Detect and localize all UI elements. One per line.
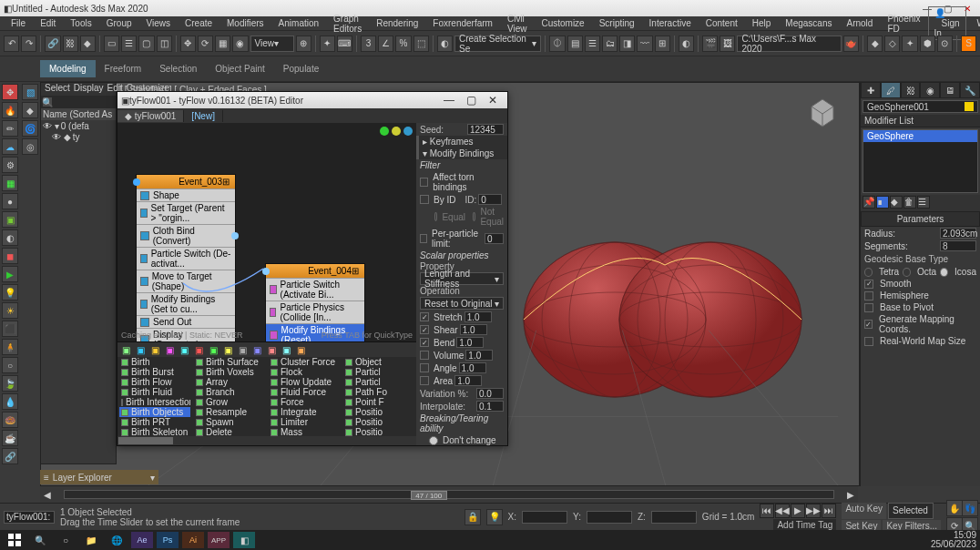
pal-filter-1[interactable]: ▣ [134,343,147,356]
palette-item[interactable]: Birth Flow [119,377,190,387]
ps-icon[interactable]: Ps [157,532,179,548]
render-frame-button[interactable]: 🖼 [720,36,735,52]
se-child[interactable]: 👁 ◆ ty [41,131,116,142]
menu-edit[interactable]: Edit [33,18,63,28]
ribbon-tab-selection[interactable]: Selection [150,60,206,77]
palette-item[interactable]: Birth Intersections [119,397,190,407]
geosphere-mesh[interactable] [515,210,806,402]
palette-item[interactable]: Birth Objects [119,407,190,417]
pal-filter-4[interactable]: ▣ [178,343,190,356]
flame-icon[interactable]: 🔥 [2,102,18,118]
spinner-snap-button[interactable]: ⬚ [413,36,429,52]
palette-item[interactable]: Limiter [269,417,340,427]
app-icon[interactable]: APP [208,532,230,548]
segments-spinner[interactable]: 8 [940,240,976,251]
icosa-radio[interactable] [940,268,948,277]
menu-tools[interactable]: Tools [63,18,98,28]
ae-icon[interactable]: Ae [131,532,153,548]
config-button[interactable]: ☰ [917,196,930,209]
palette-item[interactable]: Birth [119,357,190,367]
tool-c-button[interactable]: ✦ [902,36,917,52]
palette-item[interactable]: Particl [343,377,414,387]
walk-button[interactable]: 👣 [962,500,978,516]
prev-frame[interactable]: ◀◀ [775,504,790,518]
realworld-check[interactable] [864,337,873,346]
circle-icon[interactable]: ○ [2,357,18,373]
modbind-rollout[interactable]: ▾ Modify Bindings [416,148,507,159]
tyflow-close[interactable]: ✕ [482,94,504,107]
select-button[interactable]: ▭ [104,36,119,52]
unlink-button[interactable]: ⛓ [63,36,78,52]
cloud-icon[interactable]: ☁ [2,138,18,155]
menu-arnold[interactable]: Arnold [839,18,880,28]
cortana-icon[interactable]: ○ [55,532,77,548]
se-filter-icon[interactable]: 🔍 [42,97,53,107]
le-dropdown-icon[interactable]: ▾ [150,473,155,483]
palette-item[interactable]: Positio [343,407,414,417]
cube-red-icon[interactable]: ◼ [2,248,18,264]
time-slider[interactable]: ◀ 47 / 100 ▶ [40,486,858,503]
add-time-tag[interactable]: Add Time Tag [773,519,836,531]
menu-civilview[interactable]: Civil View [500,14,535,34]
palette-item[interactable]: Force [269,397,340,407]
object-name-field[interactable]: GeoSphere001 [863,100,978,113]
layer-explorer[interactable]: ≡ Layer Explorer ▾ [40,470,158,484]
slider-prev[interactable]: ◀ [40,490,55,500]
gear-icon[interactable]: ⚙ [2,157,18,173]
area-spinner[interactable]: 1.0 [454,375,482,386]
menu-content[interactable]: Content [699,18,745,28]
vortex-icon[interactable]: 🌀 [22,120,38,137]
pal-filter-6[interactable]: ▣ [207,343,219,356]
z-field[interactable] [651,511,697,524]
move-button[interactable]: ✥ [180,36,196,52]
mirror-button[interactable]: ⏀ [549,36,565,52]
palette-item[interactable]: Birth Burst [119,367,190,377]
pivot-button[interactable]: ⊕ [296,36,311,52]
manip-button[interactable]: ✦ [320,36,335,52]
menu-views[interactable]: Views [139,18,179,28]
isolate-button[interactable]: 💡 [486,509,503,525]
rotate-button[interactable]: ⟳ [198,36,213,52]
op-sendout[interactable]: Send Out [137,315,235,328]
palette-item[interactable]: Point F [343,397,414,407]
palette-item[interactable]: Flow Update [269,377,340,387]
scene-explorer[interactable]: Select Display Edit Customize 🔍 Name (So… [40,82,117,464]
utilities-tab[interactable]: 🔧 [960,82,980,98]
3dsmax-icon[interactable]: ◧ [233,532,255,548]
ref-coord-combo[interactable]: View ▾ [250,36,294,52]
menu-file[interactable]: File [4,18,33,28]
tyflow-tab[interactable]: ◆ tyFlow001 [117,110,184,122]
palette-item[interactable]: Array [194,377,265,387]
property-dropdown[interactable]: Length and Stiffness▾ [420,272,504,285]
motion-tab[interactable]: ◉ [920,82,940,98]
goto-end[interactable]: ⏭ [822,504,836,518]
smooth-check[interactable] [864,280,873,289]
palette-item[interactable]: Delete [194,427,265,436]
id-spinner[interactable]: 0 [478,194,502,205]
water-icon[interactable]: 💧 [2,393,18,410]
cube2-icon[interactable]: ▧ [22,84,38,100]
unique-button[interactable]: ◆ [890,196,903,209]
coffee-icon[interactable]: ☕ [2,430,18,446]
explorer-button[interactable]: 🗂 [602,36,618,52]
pal-filter-8[interactable]: ▣ [236,343,249,356]
y-field[interactable] [587,511,632,524]
script-listener[interactable] [4,511,55,524]
autokey-button[interactable]: Auto Key [842,503,886,519]
stretch-check[interactable] [420,312,429,321]
donut-icon[interactable]: 🍩 [2,412,18,428]
wps-button[interactable]: ◐ [437,36,453,52]
stretch-spinner[interactable]: 1.0 [464,311,492,322]
octa-radio[interactable] [903,268,911,277]
graph-green-dot[interactable] [380,127,389,136]
hierarchy-tab[interactable]: ⛓ [901,82,921,98]
interpolate-spinner[interactable]: 0.1 [476,401,504,412]
perparticle-check[interactable] [420,234,427,243]
link2-icon[interactable]: 🔗 [2,448,18,464]
display-tab[interactable]: 🖥 [940,82,960,98]
dot-icon[interactable]: ● [2,193,18,209]
menu-megascans[interactable]: Megascans [778,18,839,28]
pal-filter-10[interactable]: ▣ [265,343,278,356]
pal-filter-12[interactable]: ▣ [294,343,307,356]
ai-icon[interactable]: Ai [182,532,204,548]
